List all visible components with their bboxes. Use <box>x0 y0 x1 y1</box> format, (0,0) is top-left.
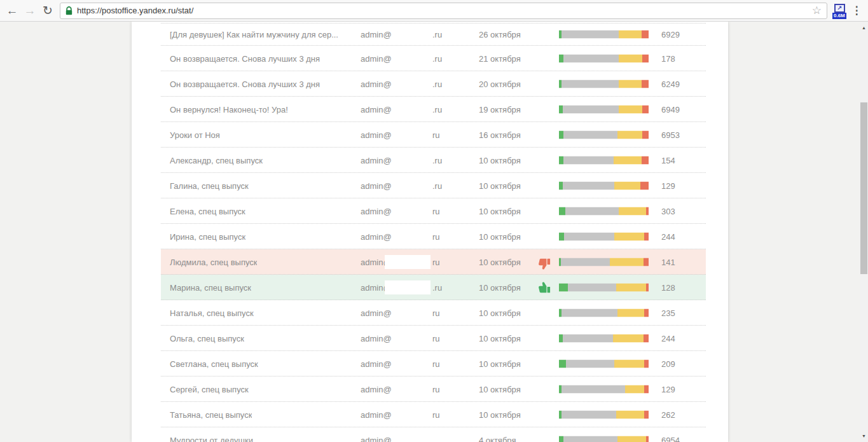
sender-email: admin@ <box>361 435 392 442</box>
bar-segment-red <box>644 308 649 317</box>
redacted-email-domain <box>385 280 431 294</box>
bar-segment-red <box>642 79 649 88</box>
table-row[interactable]: Наталья, спец выпуск admin@ ru 10 октябр… <box>161 300 706 326</box>
sender-email: admin@ <box>361 333 392 343</box>
campaign-subject: Марина, спец выпуск <box>170 282 251 292</box>
bookmark-star-icon[interactable]: ☆ <box>812 5 822 16</box>
table-row[interactable]: Татьяна, спец выпуск admin@ ru 10 октябр… <box>161 402 706 427</box>
table-row[interactable]: Он возвращается. Снова лучших 3 дня admi… <box>161 71 706 97</box>
delivery-stats-bar <box>559 283 649 291</box>
sender-email: admin@ <box>361 410 392 419</box>
thumbs-down-icon[interactable] <box>537 257 551 271</box>
bar-segment-yellow <box>614 181 640 190</box>
bar-segment-green <box>559 207 565 215</box>
send-date: 4 октября <box>479 435 516 442</box>
campaign-table: [Для девушек] Как найти мужчину для сер.… <box>161 23 706 442</box>
bar-segment-gray <box>563 156 614 164</box>
open-count: 154 <box>661 155 675 165</box>
bar-segment-yellow <box>619 207 645 215</box>
bar-segment-red <box>642 54 649 62</box>
bar-segment-red <box>644 258 649 266</box>
page-scrollbar[interactable]: ▲ ▼ <box>860 22 868 442</box>
table-row[interactable]: Елена, спец выпуск admin@ ru 10 октября … <box>161 198 706 224</box>
delivery-stats-bar <box>559 258 649 266</box>
bar-segment-gray <box>563 105 619 113</box>
sender-email-tld: .ru <box>432 181 442 190</box>
table-row[interactable]: Марина, спец выпуск admin@ .ru 10 октябр… <box>161 275 706 300</box>
open-count: 6954 <box>661 435 680 442</box>
campaign-subject: Мудрости от дедушки <box>170 435 253 442</box>
table-row[interactable]: Он возвращается. Снова лучших 3 дня admi… <box>161 46 706 71</box>
scrollbar-up-arrow[interactable]: ▲ <box>860 24 868 32</box>
bar-segment-yellow <box>625 385 644 393</box>
delivery-stats-bar <box>559 410 649 418</box>
bar-segment-red <box>644 232 649 240</box>
bar-segment-gray <box>563 54 619 62</box>
open-count: 129 <box>661 384 675 394</box>
bar-segment-yellow <box>614 359 644 368</box>
delivery-stats-bar <box>559 308 649 317</box>
bar-segment-gray <box>561 31 619 39</box>
bar-segment-gray <box>568 283 616 291</box>
sender-email-tld: ru <box>432 130 440 139</box>
bar-segment-red <box>646 207 649 215</box>
sender-email-tld: ru <box>432 308 440 317</box>
bar-segment-gray <box>561 385 625 393</box>
sender-email-tld: ru <box>432 333 440 343</box>
open-count: 244 <box>661 231 675 241</box>
thumbs-up-icon[interactable] <box>537 280 551 294</box>
redacted-email-domain <box>385 255 431 269</box>
refresh-button[interactable]: ↻ <box>39 3 56 19</box>
table-row[interactable]: Александр, спец выпуск admin@ .ru 10 окт… <box>161 148 706 173</box>
extension-button[interactable]: ↗ 0.6M <box>832 2 848 20</box>
browser-toolbar: ← → ↻ https://postoffice.yandex.ru/stat/… <box>0 0 868 22</box>
sender-email-tld: .ru <box>432 282 442 292</box>
delivery-stats-bar <box>559 130 649 139</box>
open-count: 209 <box>661 359 675 368</box>
bar-segment-red <box>644 385 649 393</box>
table-row[interactable]: Людмила, спец выпуск admin@ ru 10 октябр… <box>161 249 706 275</box>
forward-button[interactable]: → <box>22 3 38 19</box>
campaign-subject: Ольга, спец выпуск <box>170 333 244 343</box>
table-row[interactable]: Светлана, спец выпуск admin@ ru 10 октяб… <box>161 351 706 376</box>
campaign-subject: Он вернулся! Наконец-то! Ура! <box>170 104 288 114</box>
address-bar[interactable]: https://postoffice.yandex.ru/stat/ ☆ <box>60 3 827 19</box>
delivery-stats-bar <box>559 156 649 164</box>
bar-segment-gray <box>561 258 610 266</box>
page-content: [Для девушек] Как найти мужчину для сер.… <box>0 22 868 442</box>
bar-segment-yellow <box>610 258 643 266</box>
bar-segment-yellow <box>617 130 642 139</box>
open-count: 235 <box>661 308 675 317</box>
send-date: 10 октября <box>479 410 521 419</box>
bar-segment-red <box>642 31 649 39</box>
bar-segment-red <box>640 181 649 190</box>
bar-segment-gray <box>561 79 619 88</box>
bar-segment-green <box>559 130 563 139</box>
table-row[interactable]: [Для девушек] Как найти мужчину для сер.… <box>161 24 706 46</box>
sender-email-tld: ru <box>432 231 440 241</box>
send-date: 16 октября <box>479 130 521 139</box>
table-row[interactable]: Ирина, спец выпуск admin@ ru 10 октября … <box>161 224 706 249</box>
campaign-subject: Сергей, спец выпуск <box>170 384 249 394</box>
open-count: 6949 <box>661 104 680 114</box>
bar-segment-red <box>644 410 649 418</box>
table-row[interactable]: Галина, спец выпуск admin@ .ru 10 октябр… <box>161 173 706 198</box>
sender-email: admin@ <box>361 104 392 114</box>
scrollbar-thumb[interactable] <box>860 102 867 274</box>
bar-segment-red <box>644 359 649 368</box>
table-row[interactable]: Сергей, спец выпуск admin@ ru 10 октября… <box>161 376 706 402</box>
browser-menu-button[interactable]: ⋮ <box>849 3 864 19</box>
table-row[interactable]: Уроки от Ноя admin@ ru 16 октября 6953 <box>161 122 706 148</box>
table-row[interactable]: Ольга, спец выпуск admin@ ru 10 октября … <box>161 326 706 351</box>
back-button[interactable]: ← <box>4 3 20 19</box>
campaign-subject: Александр, спец выпуск <box>170 155 263 165</box>
table-row[interactable]: Он вернулся! Наконец-то! Ура! admin@ .ru… <box>161 97 706 122</box>
sender-email-tld: ru <box>432 384 440 394</box>
send-date: 10 октября <box>479 231 521 241</box>
sender-email-tld: .ru <box>432 104 442 114</box>
sender-email-tld: .ru <box>432 30 442 39</box>
delivery-stats-bar <box>559 334 649 342</box>
url-text[interactable]: https://postoffice.yandex.ru/stat/ <box>77 6 812 15</box>
table-row[interactable]: Мудрости от дедушки admin@ 4 октября 695… <box>161 427 706 442</box>
scrollbar-down-arrow[interactable]: ▼ <box>860 432 868 440</box>
